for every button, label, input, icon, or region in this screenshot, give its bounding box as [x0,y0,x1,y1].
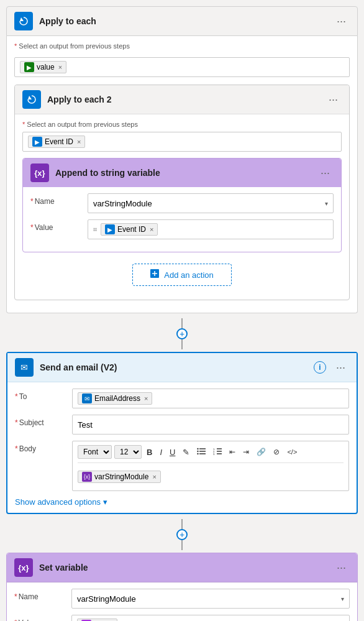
set-variable-more-options[interactable]: ··· [333,560,350,576]
outer-value-token: ▶ value × [20,61,66,73]
inner-loop-title: Apply to each 2 [47,94,319,104]
connector-1: + [6,318,358,349]
body-token-label: varStringModule [94,472,148,481]
set-variable-title: Set variable [39,563,327,573]
email-card-icon: ✉ [15,358,34,377]
email-to-token-label: EmailAddress [94,394,140,403]
unlink-button[interactable]: ⊘ [271,446,282,458]
email-card: ✉ Send an email (V2) i ··· To ✉ EmailAdd… [6,352,358,514]
pencil-button[interactable]: ✎ [180,446,192,458]
inner-token-close[interactable]: × [77,138,81,145]
email-to-input[interactable]: ✉ EmailAddress × [72,389,349,408]
italic-button[interactable]: I [157,446,165,458]
font-size-select[interactable]: 12 [114,445,142,459]
underline-button[interactable]: U [167,446,178,458]
add-action-inner-label: Add an action [164,270,214,280]
connector-plus-1[interactable]: + [176,328,188,339]
outer-loop-icon [14,12,33,30]
link-button[interactable]: 🔗 [254,446,268,458]
inner-loop-card: Apply to each 2 ··· * Select an output f… [14,85,350,300]
connector-line-1 [181,318,183,328]
inner-token-label: Event ID [45,137,73,146]
inner-loop-more-options[interactable]: ··· [325,92,342,108]
append-concat-icon: ⌗ [93,226,97,234]
set-var-value-label: Value [14,615,64,621]
body-token-icon: {x} [82,472,92,482]
show-advanced-link[interactable]: Show advanced options ▾ [15,497,349,507]
list-ul-button[interactable] [194,446,208,458]
append-value-token-icon: ▶ [105,224,115,234]
indent-left-button[interactable]: ⇤ [227,446,238,458]
email-subject-input[interactable]: Test [72,415,349,435]
set-variable-card: {x} Set variable ··· Name varStringModul… [6,553,358,621]
outer-token-icon: ▶ [24,62,34,72]
email-to-token: ✉ EmailAddress × [78,392,152,405]
add-action-inner-button[interactable]: Add an action [132,264,232,286]
outer-output-field[interactable]: ▶ value × [14,57,350,77]
set-var-value-row: Value fx null × [14,615,350,621]
svg-text:3.: 3. [213,453,215,455]
append-more-options[interactable]: ··· [317,165,334,181]
inner-loop-header: Apply to each 2 ··· [15,85,349,114]
set-var-name-input[interactable]: varStringModule ▾ [71,589,350,609]
svg-point-7 [198,450,199,451]
inner-output-field[interactable]: ▶ Event ID × [22,132,342,152]
set-variable-header: {x} Set variable ··· [7,553,357,582]
body-token-close[interactable]: × [152,473,156,481]
outer-select-label: * Select an output from previous steps [14,42,130,50]
append-name-row: Name varStringModule ▾ [30,193,334,213]
set-variable-icon: {x} [14,558,33,577]
append-value-token: ▶ Event ID × [101,223,158,236]
connector-line-1b [181,339,183,349]
append-name-label: Name [30,193,80,206]
email-body-content[interactable]: {x} varStringModule × [78,467,344,487]
connector-line-2 [181,519,183,529]
email-more-options[interactable]: ··· [332,360,349,375]
outer-loop-title: Apply to each [39,16,327,26]
email-subject-label: Subject [15,415,65,427]
email-subject-row: Subject Test [15,415,349,435]
outer-loop-more-options[interactable]: ··· [333,14,350,29]
show-advanced-label: Show advanced options [15,497,101,507]
append-value-label: Value [30,219,80,232]
set-var-name-row: Name varStringModule ▾ [14,589,350,609]
append-name-input[interactable]: varStringModule ▾ [88,193,334,213]
code-button[interactable]: </> [284,447,299,457]
svg-point-8 [198,453,199,454]
email-to-token-close[interactable]: × [144,395,148,402]
append-value-row: Value ⌗ ▶ Event ID × [30,219,334,239]
email-title: Send an email (V2) [40,362,307,372]
append-value-input[interactable]: ⌗ ▶ Event ID × [88,219,334,239]
set-var-name-value: varStringModule [77,594,136,604]
append-name-dropdown[interactable]: ▾ [325,200,328,207]
inner-loop-icon [22,90,41,109]
set-var-name-dropdown[interactable]: ▾ [341,596,344,602]
append-name-value: varStringModule [93,199,152,208]
set-var-name-label: Name [14,589,64,601]
add-action-inner-icon [150,269,159,280]
email-body-toolbar: Font 12 B I U ✎ [78,445,344,463]
append-card: {x} Append to string variable ··· Name v… [22,158,342,252]
email-info-icon[interactable]: i [314,361,326,374]
font-select[interactable]: Font [78,445,112,459]
email-to-row: To ✉ EmailAddress × [15,389,349,408]
email-body-container: Font 12 B I U ✎ [72,441,349,491]
list-ol-button[interactable]: 1.2.3. [211,446,224,458]
indent-right-button[interactable]: ⇥ [240,446,252,458]
connector-plus-2[interactable]: + [176,529,188,540]
append-title: Append to string variable [55,168,311,178]
set-var-value-input[interactable]: fx null × [71,615,350,621]
chevron-down-icon: ▾ [103,497,107,507]
svg-point-6 [198,448,199,449]
append-value-token-close[interactable]: × [150,226,153,233]
bold-button[interactable]: B [144,446,155,458]
outer-loop-header: Apply to each ··· [6,6,358,36]
outer-token-label: value [37,63,55,71]
append-value-token-label: Event ID [117,225,146,234]
connector-line-2b [181,540,183,550]
email-header: ✉ Send an email (V2) i ··· [7,353,357,382]
append-header: {x} Append to string variable ··· [23,159,341,187]
outer-token-close[interactable]: × [58,63,62,71]
email-body-row: Body Font 12 B I U [15,441,349,491]
set-var-value-token: fx null × [77,619,117,621]
